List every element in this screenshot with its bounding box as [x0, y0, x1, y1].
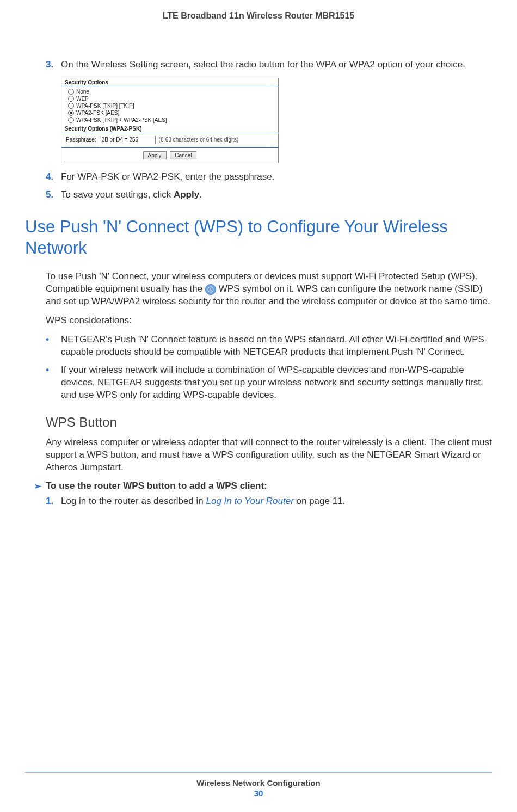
link-log-in[interactable]: Log In to Your Router — [206, 496, 294, 506]
radio-option-wpa2-psk-aes[interactable]: WPA2-PSK [AES] — [68, 109, 272, 116]
radio-icon — [68, 110, 74, 116]
bullet-icon: • — [46, 364, 61, 402]
step-4: 4. For WPA-PSK or WPA2-PSK, enter the pa… — [46, 171, 492, 183]
radio-option-wpa-psk-tkip[interactable]: WPA-PSK [TKIP] [TKIP] — [68, 102, 272, 109]
step-number: 3. — [46, 59, 61, 71]
security-options-panel: Security Options None WEP WPA-PSK [TKIP]… — [61, 78, 279, 163]
step-3: 3. On the Wireless Setting screen, selec… — [46, 59, 492, 71]
security-pass-header: Security Options (WPA2-PSK) — [61, 125, 278, 133]
radio-option-wep[interactable]: WEP — [68, 95, 272, 102]
wps-considerations-list: • NETGEAR's Push 'N' Connect feature is … — [46, 334, 492, 402]
step-number: 5. — [46, 189, 61, 201]
wps-button-para: Any wireless computer or wireless adapte… — [46, 436, 492, 474]
step-text: To save your settings, click Apply. — [61, 189, 492, 201]
sub-heading-wps-button: WPS Button — [46, 415, 492, 430]
arrow-icon: ➢ — [34, 481, 46, 492]
radio-option-none[interactable]: None — [68, 88, 272, 95]
page-number: 30 — [0, 789, 517, 798]
cancel-button[interactable]: Cancel — [170, 151, 196, 159]
step-5: 5. To save your settings, click Apply. — [46, 189, 492, 201]
radio-label: WPA-PSK [TKIP] [TKIP] — [76, 103, 134, 109]
step-text: On the Wireless Setting screen, select t… — [61, 59, 492, 71]
step-text: For WPA-PSK or WPA2-PSK, enter the passp… — [61, 171, 492, 183]
radio-label: WPA-PSK [TKIP] + WPA2-PSK [AES] — [76, 117, 167, 123]
footer-divider — [25, 771, 492, 773]
doc-title: LTE Broadband 11n Wireless Router MBR151… — [0, 11, 517, 21]
wps-intro-para: To use Push 'N' Connect, your wireless c… — [46, 270, 492, 308]
radio-icon — [68, 89, 74, 95]
bullet-icon: • — [46, 334, 61, 359]
radio-label: WEP — [76, 96, 89, 102]
section-heading-wps: Use Push 'N' Connect (WPS) to Configure … — [25, 217, 492, 259]
procedure-label: To use the router WPS button to add a WP… — [46, 481, 267, 492]
radio-label: None — [76, 89, 89, 95]
step-number: 1. — [46, 495, 61, 508]
list-item: • If your wireless network will include … — [46, 364, 492, 402]
list-item: • NETGEAR's Push 'N' Connect feature is … — [46, 334, 492, 359]
security-options-header: Security Options — [61, 78, 278, 87]
procedure-step-1: 1. Log in to the router as described in … — [46, 495, 492, 508]
considerations-label: WPS considerations: — [46, 315, 492, 327]
footer-section-title: Wireless Network Configuration — [0, 778, 517, 788]
step-text: Log in to the router as described in Log… — [61, 495, 492, 508]
security-options-list: None WEP WPA-PSK [TKIP] [TKIP] WPA2-PSK … — [61, 87, 278, 125]
bullet-text: NETGEAR's Push 'N' Connect feature is ba… — [61, 334, 492, 359]
wps-icon — [205, 284, 216, 295]
step-number: 4. — [46, 171, 61, 183]
apply-button[interactable]: Apply — [143, 151, 167, 159]
passphrase-input[interactable]: 2B or D4 = 255 — [100, 136, 156, 144]
radio-icon — [68, 96, 74, 102]
radio-label: WPA2-PSK [AES] — [76, 110, 119, 116]
radio-option-wpa-wpa2-mixed[interactable]: WPA-PSK [TKIP] + WPA2-PSK [AES] — [68, 116, 272, 124]
passphrase-hint: (8-63 characters or 64 hex digits) — [159, 137, 239, 143]
procedure-heading: ➢ To use the router WPS button to add a … — [34, 481, 492, 492]
page-footer: Wireless Network Configuration 30 — [0, 771, 517, 798]
passphrase-label: Passphrase: — [66, 137, 96, 143]
radio-icon — [68, 103, 74, 109]
bullet-text: If your wireless network will include a … — [61, 364, 492, 402]
radio-icon — [68, 117, 74, 123]
